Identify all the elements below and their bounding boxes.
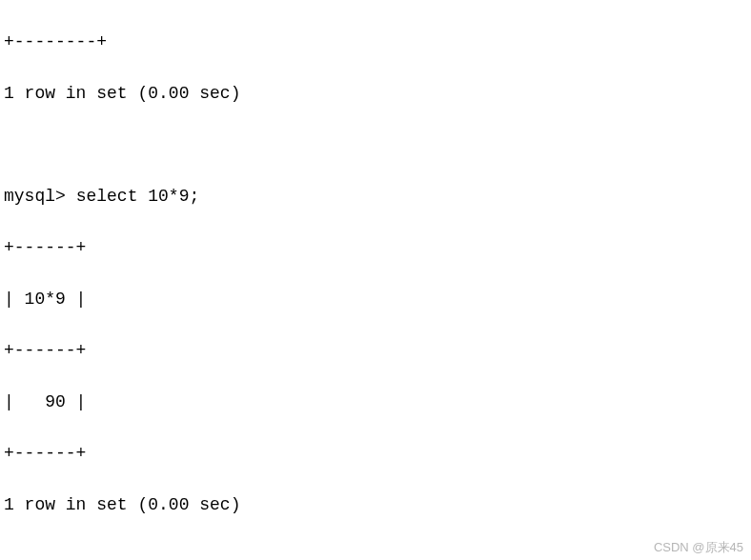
table-border: +------+ [4,235,747,261]
sql-command: select 10*9; [76,187,200,206]
result-summary: 1 row in set (0.00 sec) [4,492,747,518]
table-border: +------+ [4,338,747,364]
mysql-prompt: mysql> [4,187,76,206]
result-summary: 1 row in set (0.00 sec) [4,81,747,107]
watermark-text: CSDN @原来45 [654,538,743,557]
terminal-output: +--------+ 1 row in set (0.00 sec) mysql… [4,4,747,560]
table-border: +--------+ [4,30,747,55]
table-border: +------+ [4,441,747,467]
table-header: | 10*9 | [4,287,747,312]
table-row: | 90 | [4,390,747,415]
